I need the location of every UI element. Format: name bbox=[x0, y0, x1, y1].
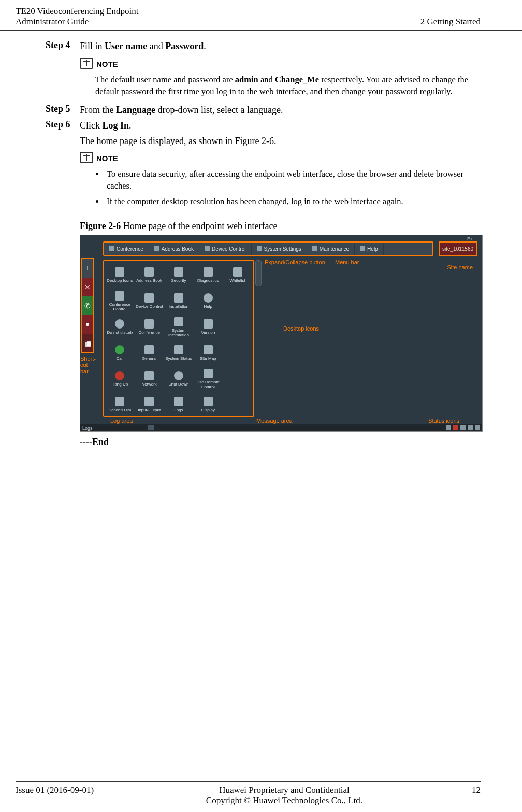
icon-second-dial[interactable]: Second Dial bbox=[105, 392, 135, 418]
step-6: Step 6 Click Log In. bbox=[46, 119, 481, 132]
menu-bar[interactable]: Conference Address Book Device Control S… bbox=[103, 241, 433, 256]
icon-security[interactable]: Security bbox=[164, 262, 194, 288]
label: Help bbox=[367, 246, 378, 252]
icon-shut-down[interactable]: Shut Down bbox=[164, 366, 194, 392]
icon-conference-control[interactable]: Conference Control bbox=[105, 288, 135, 314]
shortcut-record-icon[interactable]: ● bbox=[82, 315, 93, 334]
site-map-icon bbox=[204, 345, 213, 354]
menu-system-settings[interactable]: System Settings bbox=[252, 243, 307, 255]
status-icon[interactable] bbox=[446, 425, 451, 430]
step-5-label: Step 5 bbox=[46, 104, 80, 116]
hang-up-icon bbox=[115, 371, 124, 380]
site-name-badge[interactable]: site_1011560 bbox=[439, 241, 477, 256]
status-icon[interactable] bbox=[460, 425, 466, 430]
text: . bbox=[129, 120, 132, 131]
menu-help[interactable]: Help bbox=[355, 243, 384, 255]
status-icon[interactable] bbox=[453, 425, 458, 430]
label: System Information bbox=[165, 328, 193, 337]
lock-icon bbox=[174, 267, 183, 277]
call-icon bbox=[115, 345, 124, 354]
device-control-icon bbox=[205, 246, 210, 251]
label: Diagnostics bbox=[197, 278, 219, 283]
plus-icon bbox=[115, 267, 124, 277]
icon-diagnostics[interactable]: Diagnostics bbox=[193, 262, 223, 288]
shortcut-plus-icon[interactable]: + bbox=[82, 259, 93, 278]
annot-line bbox=[458, 256, 458, 265]
icon-site-map[interactable]: Site Map bbox=[193, 340, 223, 366]
icon-address-book[interactable]: Address Book bbox=[135, 262, 164, 288]
footer-page: 12 bbox=[450, 785, 481, 795]
maintenance-icon bbox=[312, 246, 317, 251]
help-icon bbox=[204, 293, 213, 303]
icon-input-output[interactable]: Input/Output bbox=[135, 392, 164, 418]
icon-version[interactable]: Version bbox=[193, 314, 223, 340]
footer-center: Huawei Proprietary and Confidential Copy… bbox=[119, 785, 450, 806]
icon-conference[interactable]: Conference bbox=[135, 314, 164, 340]
page-header: TE20 Videoconferencing Endpoint Administ… bbox=[0, 0, 522, 31]
icon-use-remote-control[interactable]: Use Remote Control bbox=[193, 366, 223, 392]
label: Conference bbox=[117, 246, 143, 252]
icon-system-information[interactable]: System Information bbox=[164, 314, 194, 340]
shortcut-bar[interactable]: + ✕ ✆ ● ▦ bbox=[81, 258, 94, 353]
page-footer: Issue 01 (2016-09-01) Huawei Proprietary… bbox=[16, 781, 481, 806]
note-label: NOTE bbox=[96, 60, 118, 68]
menu-maintenance[interactable]: Maintenance bbox=[307, 243, 355, 255]
annot-line bbox=[255, 329, 282, 329]
icon-do-not-disturb[interactable]: Do not disturb bbox=[105, 314, 135, 340]
step-4-body: Fill in User name and Password. bbox=[80, 40, 481, 52]
label: Device Control bbox=[136, 304, 163, 309]
note-icon bbox=[80, 58, 93, 69]
shortcut-call-icon[interactable]: ✆ bbox=[82, 296, 93, 315]
shortcut-dial-icon[interactable]: ▦ bbox=[82, 334, 93, 352]
icon-display[interactable]: Display bbox=[193, 392, 223, 418]
icon-device-control[interactable]: Device Control bbox=[135, 288, 164, 314]
step-5: Step 5 From the Language drop-down list,… bbox=[46, 104, 481, 116]
desktop-icons-panel[interactable]: Desktop Icons Address Book Security Diag… bbox=[103, 260, 254, 417]
label: Conference Control bbox=[106, 302, 134, 311]
menu-address-book[interactable]: Address Book bbox=[149, 243, 199, 255]
exit-label[interactable]: Exit bbox=[467, 236, 475, 241]
icon-call[interactable]: Call bbox=[105, 340, 135, 366]
help-icon bbox=[360, 246, 365, 251]
logs-label[interactable]: Logs bbox=[82, 425, 93, 431]
label: Hang Up bbox=[112, 382, 128, 387]
footer-line1: Huawei Proprietary and Confidential bbox=[119, 785, 450, 795]
icon-hang-up[interactable]: Hang Up bbox=[105, 366, 135, 392]
network-icon bbox=[144, 371, 154, 380]
input-output-icon bbox=[144, 397, 154, 406]
text: and bbox=[258, 75, 275, 84]
expand-collapse-handle[interactable] bbox=[255, 260, 262, 286]
icon-system-status[interactable]: System Status bbox=[164, 340, 194, 366]
step-6-body: Click Log In. bbox=[80, 119, 481, 132]
address-book-icon bbox=[154, 246, 160, 251]
logs-dropdown-icon[interactable] bbox=[148, 425, 154, 430]
icon-whitelist[interactable]: Whitelist bbox=[223, 262, 252, 288]
icon-desktop-icons[interactable]: Desktop Icons bbox=[105, 262, 135, 288]
bold-login: Log In bbox=[103, 120, 129, 131]
icon-installation[interactable]: Installation bbox=[164, 288, 194, 314]
label: Network bbox=[142, 382, 157, 387]
status-icon[interactable] bbox=[475, 425, 480, 430]
icon-network[interactable]: Network bbox=[135, 366, 164, 392]
annot-site-name: Site name bbox=[447, 264, 473, 270]
icon-logs[interactable]: Logs bbox=[164, 392, 194, 418]
section-name: 2 Getting Started bbox=[421, 17, 481, 27]
icon-empty bbox=[223, 340, 252, 366]
address-book-icon bbox=[144, 267, 154, 277]
bold-user-name: User name bbox=[105, 41, 147, 51]
label: Device Control bbox=[212, 246, 246, 252]
icon-general[interactable]: General bbox=[135, 340, 164, 366]
diagnostics-icon bbox=[204, 267, 213, 277]
label: Conference bbox=[139, 330, 160, 335]
label: Do not disturb bbox=[107, 330, 133, 335]
icon-help[interactable]: Help bbox=[193, 288, 223, 314]
annot-message-area: Message area bbox=[256, 418, 293, 424]
shortcut-hangup-icon[interactable]: ✕ bbox=[82, 278, 93, 296]
menu-device-control[interactable]: Device Control bbox=[199, 243, 252, 255]
system-status-icon bbox=[174, 345, 183, 354]
header-right: 2 Getting Started bbox=[421, 6, 481, 27]
icon-empty bbox=[223, 392, 252, 418]
text: Click bbox=[80, 120, 103, 131]
status-icon[interactable] bbox=[468, 425, 473, 430]
menu-conference[interactable]: Conference bbox=[104, 243, 149, 255]
